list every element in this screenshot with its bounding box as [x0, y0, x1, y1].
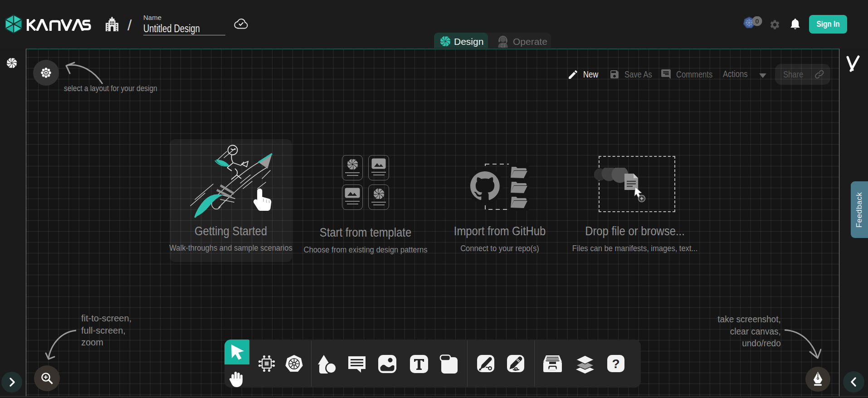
- svg-text:0: 0: [755, 17, 759, 25]
- svg-text:?: ?: [612, 357, 619, 371]
